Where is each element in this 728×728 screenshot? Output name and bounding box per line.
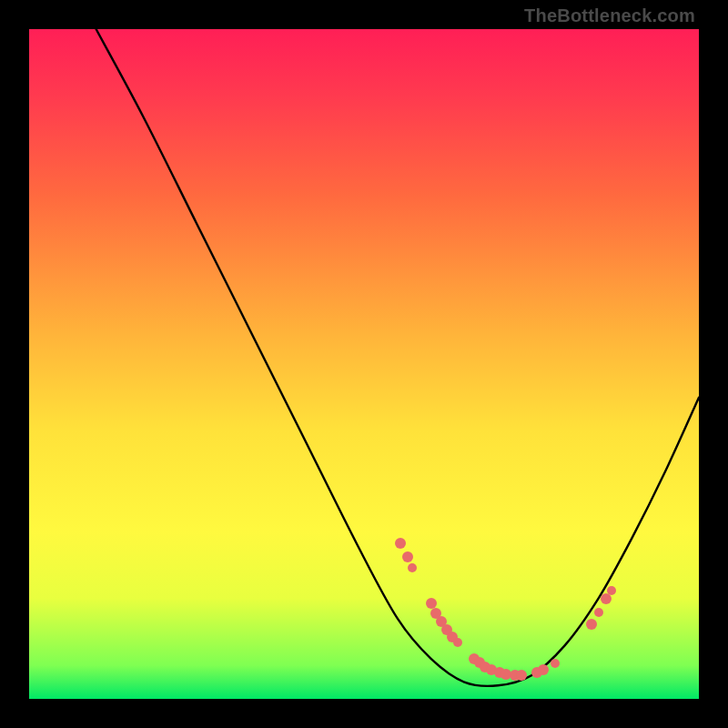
data-marker (607, 586, 616, 595)
data-marker (594, 608, 603, 617)
data-marker (402, 551, 413, 562)
plot-area (29, 29, 699, 699)
bottleneck-curve (29, 29, 699, 699)
data-marker (551, 659, 560, 668)
data-marker (395, 538, 406, 549)
data-marker (538, 664, 549, 675)
data-marker (453, 638, 462, 647)
attribution-text: TheBottleneck.com (524, 5, 695, 26)
data-marker (408, 563, 417, 572)
data-marker (516, 670, 527, 681)
data-marker (586, 619, 597, 630)
